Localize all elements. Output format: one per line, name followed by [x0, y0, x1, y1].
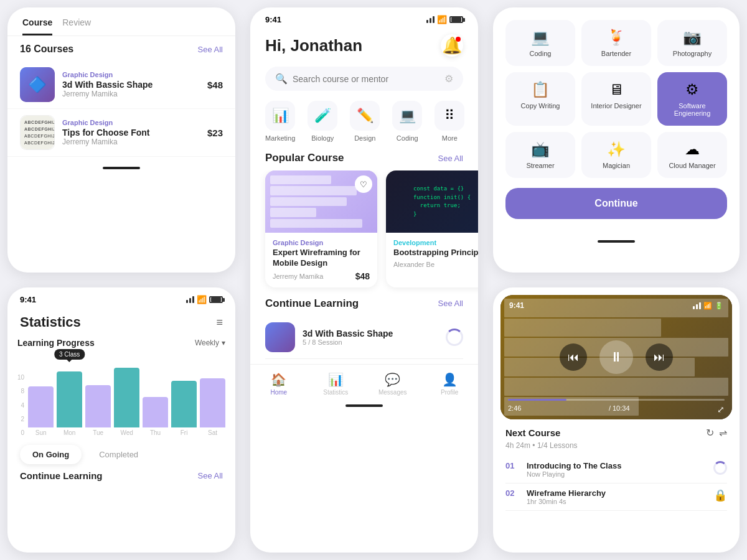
category-tile-photography[interactable]: 📷 Photography — [657, 20, 727, 66]
tile-label: Magician — [603, 162, 630, 169]
category-chooser-card: 💻 Coding 🍹 Bartender 📷 Photography 📋 Cop… — [493, 7, 740, 273]
course-category: Development — [393, 239, 478, 246]
scroll-indicator — [598, 240, 635, 243]
continue-title: Continue Learning — [265, 297, 359, 310]
streamer-icon: 📺 — [531, 141, 550, 158]
lesson-info: Introducing to The Class Now Playing — [527, 461, 707, 478]
tile-label: Coding — [530, 50, 552, 57]
marketing-icon: 📊 — [265, 101, 295, 131]
tile-label: Photography — [673, 50, 712, 57]
category-more[interactable]: ⠿ More — [435, 101, 464, 142]
category-tile-software[interactable]: ⚙ Software Engienering — [657, 72, 727, 126]
chart-section: Learning Progress Weekly ▾ 108420 Sun — [7, 338, 235, 436]
category-tile-copywriting[interactable]: 📋 Copy Writing — [505, 72, 575, 126]
filter-icon[interactable]: ⚙ — [444, 73, 453, 85]
course-category: Graphic Design — [62, 119, 200, 126]
expand-icon[interactable]: ⤢ — [717, 404, 725, 414]
category-tile-magician[interactable]: ✨ Magician — [581, 132, 651, 178]
tile-label: Copy Writing — [521, 102, 560, 110]
shuffle-icon[interactable]: ⇌ — [719, 427, 727, 439]
video-footer: 2:46 / 10:34 ⤢ — [508, 399, 725, 414]
category-design[interactable]: ✏️ Design — [350, 101, 380, 142]
interior-icon: 🖥 — [609, 81, 624, 98]
completed-tab[interactable]: Completed — [87, 445, 151, 464]
category-tile-streamer[interactable]: 📺 Streamer — [505, 132, 575, 178]
tab-course[interactable]: Course — [22, 17, 52, 35]
nav-home[interactable]: 🏠 Home — [250, 372, 308, 396]
progress-bar[interactable] — [508, 399, 725, 401]
lock-icon: 🔒 — [713, 488, 727, 502]
wifi-icon: 📶 — [703, 302, 712, 310]
search-input[interactable] — [293, 74, 439, 84]
category-tile-bartender[interactable]: 🍹 Bartender — [581, 20, 651, 66]
lesson-item[interactable]: 02 Wireframe Hierarchy 1hr 30min 4s 🔒 — [505, 483, 727, 511]
category-tile-cloud[interactable]: ☁ Cloud Manager — [657, 132, 727, 178]
video-player-card: 9:41 📶 🔋 ⏮ ⏸ ⏭ 2:46 / 10:34 — [493, 287, 740, 553]
signal-icon — [693, 302, 701, 309]
scroll-indicator — [345, 404, 383, 407]
favorite-button[interactable]: ♡ — [355, 175, 372, 193]
coding-icon: 💻 — [392, 101, 422, 131]
nav-profile[interactable]: 👤 Profile — [421, 372, 479, 396]
lesson-item[interactable]: 01 Introducing to The Class Now Playing — [505, 456, 727, 483]
tile-label: Interior Designer — [591, 102, 641, 110]
next-course-header: Next Course ↻ ⇌ — [505, 427, 727, 439]
lesson-name: Wireframe Hierarchy — [527, 488, 707, 498]
time-display: 9:41 — [20, 295, 36, 304]
continue-button[interactable]: Continue — [505, 188, 727, 219]
see-all-courses[interactable]: See All — [198, 45, 223, 54]
home-screen-card: 9:41 📶 Hi, Jonathan 🔔 🔍 ⚙ 📊 Marketing 🧪 — [250, 7, 478, 553]
course-name: Tips for Choose Font — [62, 128, 200, 138]
see-all-continue[interactable]: See All — [438, 299, 463, 308]
video-controls: ⏮ ⏸ ⏭ — [560, 340, 673, 374]
battery-icon — [449, 16, 463, 23]
chart-period[interactable]: Weekly ▾ — [195, 338, 225, 347]
repeat-icon[interactable]: ↻ — [706, 427, 714, 439]
continue-learning-title: Continue Learning See All — [7, 470, 235, 483]
more-icon: ⠿ — [435, 101, 464, 131]
category-coding[interactable]: 💻 Coding — [392, 101, 422, 142]
course-thumbnail: 🔷 — [20, 67, 55, 102]
pause-button[interactable]: ⏸ — [599, 340, 633, 374]
filter-icon[interactable]: ≡ — [216, 316, 223, 329]
bartender-icon: 🍹 — [607, 29, 626, 46]
category-biology[interactable]: 🧪 Biology — [308, 101, 337, 142]
course-category: Graphic Design — [273, 239, 370, 246]
card-inner: 💻 Coding 🍹 Bartender 📷 Photography 📋 Cop… — [493, 7, 740, 231]
bottom-navigation: 🏠 Home 📊 Statistics 💬 Messages 👤 Profile — [250, 364, 478, 401]
popular-course-item[interactable]: const data = {} function init() { return… — [386, 170, 478, 287]
video-status-icons: 📶 🔋 — [693, 302, 723, 310]
wifi-icon: 📶 — [197, 295, 207, 304]
course-author: Alexander Be — [393, 261, 435, 268]
ongoing-tab[interactable]: On Going — [20, 445, 82, 464]
nav-statistics[interactable]: 📊 Statistics — [308, 372, 365, 396]
course-author: Jerremy Mamika — [273, 273, 323, 280]
lesson-info: Wireframe Hierarchy 1hr 30min 4s — [527, 488, 707, 505]
course-item[interactable]: 🔷 Graphic Design 3d With Bassic Shape Je… — [7, 61, 235, 109]
course-card-body: Development Bootstrapping Principles Ale… — [386, 233, 478, 274]
see-all-continue[interactable]: See All — [198, 471, 223, 480]
continue-item[interactable]: 3d With Bassic Shape 5 / 8 Session — [265, 316, 463, 359]
coding-icon: 💻 — [531, 29, 550, 46]
course-price: $48 — [355, 271, 370, 281]
next-button[interactable]: ⏭ — [646, 343, 673, 371]
tab-review[interactable]: Review — [62, 17, 91, 35]
see-all-popular[interactable]: See All — [438, 154, 463, 163]
signal-icon — [186, 296, 194, 303]
course-category: Graphic Design — [62, 71, 200, 78]
previous-button[interactable]: ⏮ — [560, 343, 587, 371]
category-marketing[interactable]: 📊 Marketing — [265, 101, 295, 142]
lesson-number: 01 — [505, 461, 520, 470]
category-tile-interior[interactable]: 🖥 Interior Designer — [581, 72, 651, 126]
course-item[interactable]: ABCDEFGHIJKLM ABCDEFGHIJKLM ABCDEFGHIJKL… — [7, 109, 235, 157]
category-grid: 💻 Coding 🍹 Bartender 📷 Photography 📋 Cop… — [505, 20, 727, 178]
current-time: 2:46 — [508, 404, 521, 414]
notification-bell[interactable]: 🔔 — [441, 34, 463, 57]
popular-header: Popular Course See All — [250, 152, 478, 170]
nav-messages[interactable]: 💬 Messages — [364, 372, 421, 396]
statistics-card: 9:41 📶 Statistics ≡ Learning Progress We… — [7, 287, 235, 553]
loading-indicator — [713, 461, 727, 475]
category-tile-coding[interactable]: 💻 Coding — [505, 20, 575, 66]
popular-course-item[interactable]: ♡ Graphic Design Expert Wireframing for … — [265, 170, 377, 287]
course-count: 16 Courses — [20, 44, 73, 55]
